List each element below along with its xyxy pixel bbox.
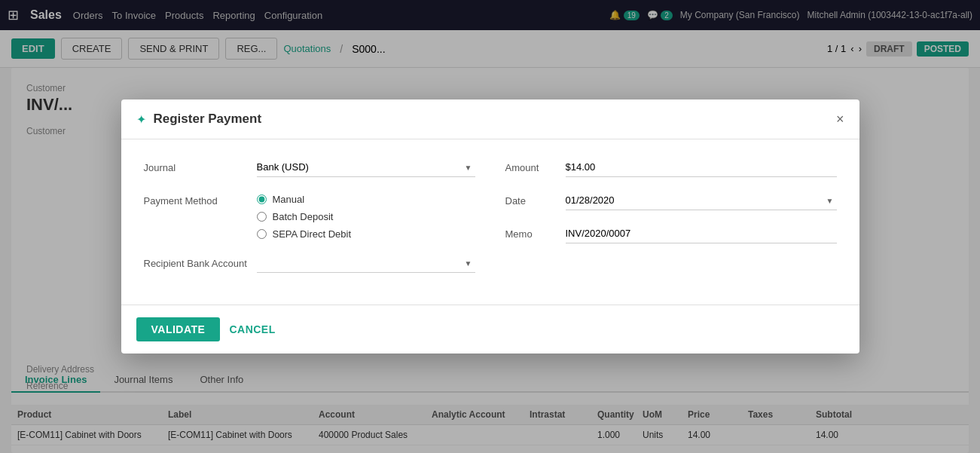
cancel-button[interactable]: CANCEL bbox=[229, 323, 275, 335]
recipient-select[interactable] bbox=[257, 253, 475, 273]
radio-manual-input[interactable] bbox=[257, 194, 267, 204]
payment-icon: ✦ bbox=[136, 112, 146, 127]
date-input[interactable] bbox=[566, 191, 837, 210]
radio-sepa-label: SEPA Direct Debit bbox=[273, 228, 352, 240]
memo-input[interactable] bbox=[566, 224, 837, 243]
amount-row: Amount bbox=[505, 158, 837, 177]
radio-sepa-input[interactable] bbox=[257, 229, 267, 239]
date-label: Date bbox=[505, 191, 558, 207]
recipient-row: Recipient Bank Account ▼ bbox=[144, 253, 475, 273]
journal-select[interactable]: Bank (USD) Cash Customer Credit Notes Cu… bbox=[257, 158, 475, 177]
date-select-wrapper: ▼ bbox=[566, 191, 837, 210]
recipient-label: Recipient Bank Account bbox=[144, 253, 249, 269]
date-row: Date ▼ bbox=[505, 191, 837, 210]
radio-manual[interactable]: Manual bbox=[257, 194, 475, 205]
radio-batch-input[interactable] bbox=[257, 212, 267, 222]
form-right: Amount Date ▼ bbox=[505, 158, 837, 286]
memo-label: Memo bbox=[505, 224, 558, 240]
register-payment-modal: ✦ Register Payment × Journal Bank (USD) bbox=[121, 99, 859, 354]
validate-button[interactable]: VALIDATE bbox=[136, 317, 221, 341]
page-background: ⊞ Sales Orders To Invoice Products Repor… bbox=[0, 0, 980, 453]
payment-method-row: Payment Method Manual Batch Deposit bbox=[144, 191, 475, 240]
recipient-select-wrapper: ▼ bbox=[257, 253, 475, 273]
journal-select-wrapper: Bank (USD) Cash Customer Credit Notes Cu… bbox=[257, 158, 475, 177]
journal-row: Journal Bank (USD) Cash Customer Credit … bbox=[144, 158, 475, 177]
form-left: Journal Bank (USD) Cash Customer Credit … bbox=[144, 158, 475, 286]
form-grid: Journal Bank (USD) Cash Customer Credit … bbox=[144, 158, 837, 286]
modal-body: Journal Bank (USD) Cash Customer Credit … bbox=[121, 139, 859, 305]
radio-batch[interactable]: Batch Deposit bbox=[257, 211, 475, 222]
radio-manual-label: Manual bbox=[273, 194, 305, 205]
modal-footer: VALIDATE CANCEL bbox=[121, 305, 859, 354]
amount-input[interactable] bbox=[566, 158, 837, 177]
radio-sepa[interactable]: SEPA Direct Debit bbox=[257, 228, 475, 240]
radio-batch-label: Batch Deposit bbox=[273, 211, 334, 222]
payment-method-group: Manual Batch Deposit SEPA Direct Debit bbox=[257, 191, 475, 240]
modal-overlay: ✦ Register Payment × Journal Bank (USD) bbox=[0, 0, 980, 453]
modal-title: Register Payment bbox=[154, 112, 829, 127]
modal-header: ✦ Register Payment × bbox=[121, 99, 859, 139]
amount-label: Amount bbox=[505, 158, 558, 173]
journal-label: Journal bbox=[144, 158, 249, 173]
close-button[interactable]: × bbox=[836, 112, 844, 126]
memo-row: Memo bbox=[505, 224, 837, 243]
payment-method-label: Payment Method bbox=[144, 191, 249, 207]
